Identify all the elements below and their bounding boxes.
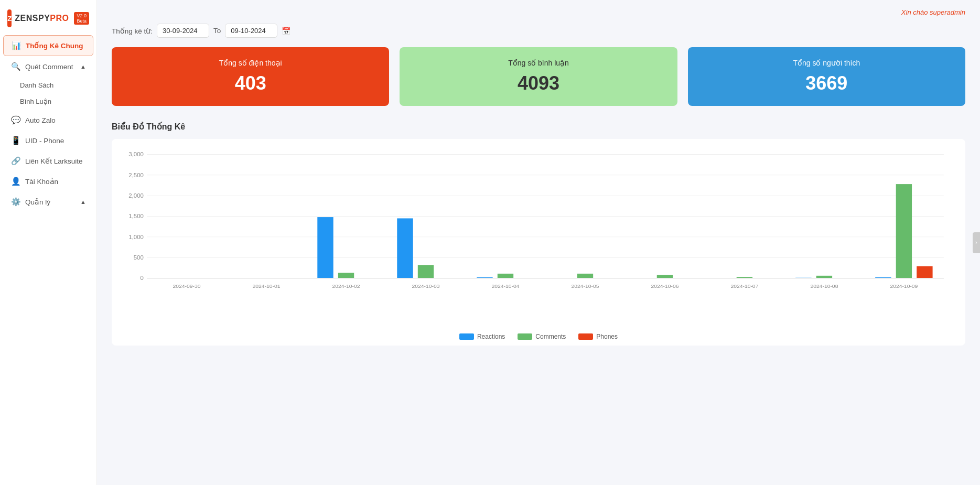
svg-rect-16 xyxy=(317,217,333,278)
main-content: Xin chào superadmin Thống kê từ: To 📅 Tổ… xyxy=(97,0,980,485)
svg-text:2024-10-05: 2024-10-05 xyxy=(571,284,599,289)
stat-card-likes: Tổng số người thích 3669 xyxy=(688,47,965,106)
sidebar-item-auto-zalo[interactable]: 💬 Auto Zalo xyxy=(3,110,93,130)
calendar-icon[interactable]: 📅 xyxy=(282,27,290,35)
chart-legend: Reactions Comments Phones xyxy=(117,333,960,340)
nav-label-lien-ket-larksuite: Liên Kết Larksuite xyxy=(25,157,83,165)
nav-icon-quan-ly: ⚙️ xyxy=(10,197,21,207)
stat-card-comments: Tổng số bình luận 4093 xyxy=(400,47,677,106)
sidebar: Z ZENSPYPRO V2.0 Beta 📊 Thống Kê Chung 🔍… xyxy=(0,0,97,485)
svg-text:3,000: 3,000 xyxy=(128,152,144,157)
legend-label-reactions: Reactions xyxy=(477,333,505,340)
chart-area: 05001,0001,5002,0002,5003,0002024-09-302… xyxy=(117,149,960,328)
greeting-text: Xin chào superadmin xyxy=(901,8,965,16)
svg-rect-27 xyxy=(657,275,673,278)
sidebar-nav: 📊 Thống Kê Chung 🔍 Quét Comment ▲Danh Sá… xyxy=(0,35,96,212)
svg-rect-32 xyxy=(816,276,832,278)
legend-item-phones: Phones xyxy=(578,333,618,340)
sidebar-item-tai-khoan[interactable]: 👤 Tài Khoản xyxy=(3,171,93,191)
sidebar-sub-item-binh-luan[interactable]: Bình Luận xyxy=(0,93,96,110)
stat-label-likes: Tổng số người thích xyxy=(698,59,955,67)
svg-rect-36 xyxy=(917,266,932,278)
svg-rect-23 xyxy=(498,274,513,278)
logo-area: Z ZENSPYPRO V2.0 Beta xyxy=(0,5,96,35)
svg-text:2024-10-09: 2024-10-09 xyxy=(890,284,918,289)
svg-text:0: 0 xyxy=(140,275,143,281)
svg-text:2024-10-02: 2024-10-02 xyxy=(332,284,361,289)
svg-text:2024-10-06: 2024-10-06 xyxy=(651,284,679,289)
svg-text:2024-10-04: 2024-10-04 xyxy=(491,284,520,289)
sidebar-sub-item-danh-sach[interactable]: Danh Sách xyxy=(0,77,96,93)
nav-icon-uid-phone: 📱 xyxy=(10,136,21,145)
stat-value-comments: 4093 xyxy=(410,72,666,94)
nav-label-quet-comment: Quét Comment xyxy=(25,63,73,71)
nav-icon-auto-zalo: 💬 xyxy=(10,115,21,125)
from-date-input[interactable] xyxy=(157,24,209,38)
nav-icon-tai-khoan: 👤 xyxy=(10,177,21,186)
svg-text:2024-10-07: 2024-10-07 xyxy=(730,284,759,289)
chart-container: 05001,0001,5002,0002,5003,0002024-09-302… xyxy=(112,139,965,346)
filter-row: Thống kê từ: To 📅 xyxy=(112,24,965,38)
nav-label-thong-ke-chung: Thống Kê Chung xyxy=(26,41,83,50)
legend-label-comments: Comments xyxy=(535,333,566,340)
chevron-icon: ▲ xyxy=(80,63,86,70)
legend-item-comments: Comments xyxy=(518,333,566,340)
svg-text:500: 500 xyxy=(134,254,144,260)
svg-text:1,500: 1,500 xyxy=(128,213,144,219)
legend-color-reactions xyxy=(459,333,474,340)
svg-rect-20 xyxy=(418,265,434,278)
svg-text:2,500: 2,500 xyxy=(128,172,144,178)
stat-label-comments: Tổng số bình luận xyxy=(410,59,666,67)
to-label: To xyxy=(213,27,221,35)
sidebar-item-quet-comment[interactable]: 🔍 Quét Comment ▲ xyxy=(3,57,93,77)
chevron-icon: ▲ xyxy=(80,199,86,205)
sidebar-item-quan-ly[interactable]: ⚙️ Quản lý ▲ xyxy=(3,192,93,212)
stat-value-likes: 3669 xyxy=(698,72,955,94)
bar-chart: 05001,0001,5002,0002,5003,0002024-09-302… xyxy=(117,149,960,328)
nav-icon-lien-ket-larksuite: 🔗 xyxy=(10,156,21,166)
right-panel-toggle[interactable]: › xyxy=(973,232,980,253)
stat-value-phones: 403 xyxy=(122,72,379,94)
svg-rect-17 xyxy=(338,273,354,278)
stat-label-phones: Tổng số điện thoại xyxy=(122,59,379,67)
svg-text:2024-10-03: 2024-10-03 xyxy=(412,284,440,289)
nav-icon-quet-comment: 🔍 xyxy=(10,62,21,71)
svg-rect-35 xyxy=(896,184,912,278)
nav-label-tai-khoan: Tài Khoản xyxy=(25,177,58,186)
legend-label-phones: Phones xyxy=(596,333,618,340)
svg-rect-25 xyxy=(577,274,593,278)
logo-text: ZENSPYPRO xyxy=(15,14,69,23)
nav-icon-thong-ke-chung: 📊 xyxy=(11,41,21,50)
sidebar-item-thong-ke-chung[interactable]: 📊 Thống Kê Chung xyxy=(3,35,93,56)
to-date-input[interactable] xyxy=(225,24,277,38)
svg-text:1,000: 1,000 xyxy=(128,234,144,240)
stat-cards: Tổng số điện thoại 403Tổng số bình luận … xyxy=(112,47,965,106)
nav-label-auto-zalo: Auto Zalo xyxy=(25,116,56,124)
filter-label: Thống kê từ: xyxy=(112,27,153,35)
svg-text:2,000: 2,000 xyxy=(128,192,144,198)
logo-icon: Z xyxy=(7,9,12,27)
stat-card-phones: Tổng số điện thoại 403 xyxy=(112,47,389,106)
svg-text:2024-10-01: 2024-10-01 xyxy=(253,284,281,289)
legend-color-phones xyxy=(578,333,593,340)
beta-badge: V2.0 Beta xyxy=(74,12,89,25)
top-bar: Xin chào superadmin xyxy=(112,8,965,16)
sidebar-item-lien-ket-larksuite[interactable]: 🔗 Liên Kết Larksuite xyxy=(3,151,93,171)
nav-label-uid-phone: UID - Phone xyxy=(25,137,64,145)
legend-item-reactions: Reactions xyxy=(459,333,505,340)
chart-title: Biểu Đồ Thống Kê xyxy=(112,122,965,132)
nav-label-quan-ly: Quản lý xyxy=(25,198,50,206)
svg-rect-19 xyxy=(397,218,413,278)
sidebar-item-uid-phone[interactable]: 📱 UID - Phone xyxy=(3,131,93,150)
svg-text:2024-10-08: 2024-10-08 xyxy=(810,284,838,289)
legend-color-comments xyxy=(518,333,532,340)
svg-text:2024-09-30: 2024-09-30 xyxy=(173,284,201,289)
